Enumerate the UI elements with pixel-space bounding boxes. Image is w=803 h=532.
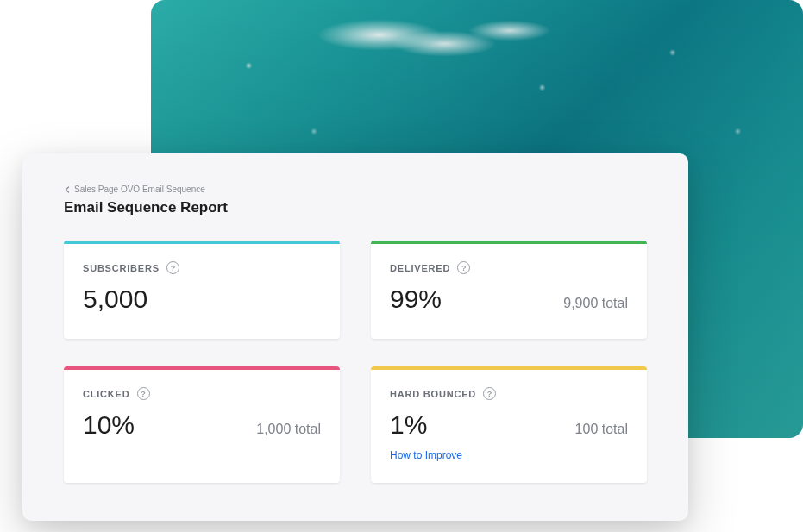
help-icon[interactable]: ? xyxy=(137,387,150,400)
report-panel: Sales Page OVO Email Sequence Email Sequ… xyxy=(22,153,688,521)
card-accent xyxy=(64,241,340,244)
card-hard-bounced: HARD BOUNCED ? 1% 100 total How to Impro… xyxy=(371,366,647,483)
card-header: CLICKED ? xyxy=(83,387,321,400)
card-total: 1,000 total xyxy=(256,422,321,437)
help-icon[interactable]: ? xyxy=(457,261,470,274)
card-body: 1% 100 total xyxy=(390,410,628,439)
breadcrumb[interactable]: Sales Page OVO Email Sequence xyxy=(64,185,647,194)
card-value: 5,000 xyxy=(83,285,147,313)
card-body: 10% 1,000 total xyxy=(83,410,321,439)
card-accent xyxy=(64,366,340,370)
card-header: HARD BOUNCED ? xyxy=(390,387,628,400)
card-body: 99% 9,900 total xyxy=(390,285,628,313)
card-total: 9,900 total xyxy=(563,296,628,311)
card-label: HARD BOUNCED xyxy=(390,389,476,399)
card-value: 10% xyxy=(83,410,135,439)
card-value: 1% xyxy=(390,410,427,439)
card-total: 100 total xyxy=(575,422,628,437)
chevron-left-icon xyxy=(64,186,71,193)
card-accent xyxy=(371,241,647,244)
card-label: DELIVERED xyxy=(390,263,450,273)
page-title: Email Sequence Report xyxy=(64,199,647,216)
card-value: 99% xyxy=(390,285,442,313)
help-icon[interactable]: ? xyxy=(166,261,179,274)
card-accent xyxy=(371,366,647,370)
card-header: SUBSCRIBERS ? xyxy=(83,261,321,274)
card-body: 5,000 xyxy=(83,285,321,313)
card-label: SUBSCRIBERS xyxy=(83,263,160,273)
card-subscribers: SUBSCRIBERS ? 5,000 xyxy=(64,241,340,339)
how-to-improve-link[interactable]: How to Improve xyxy=(390,449,462,461)
breadcrumb-label: Sales Page OVO Email Sequence xyxy=(74,185,205,194)
card-header: DELIVERED ? xyxy=(390,261,628,274)
card-delivered: DELIVERED ? 99% 9,900 total xyxy=(371,241,647,339)
help-icon[interactable]: ? xyxy=(483,387,496,400)
card-clicked: CLICKED ? 10% 1,000 total xyxy=(64,366,340,483)
card-label: CLICKED xyxy=(83,389,130,399)
stats-grid: SUBSCRIBERS ? 5,000 DELIVERED ? 99% 9,90… xyxy=(64,241,647,483)
